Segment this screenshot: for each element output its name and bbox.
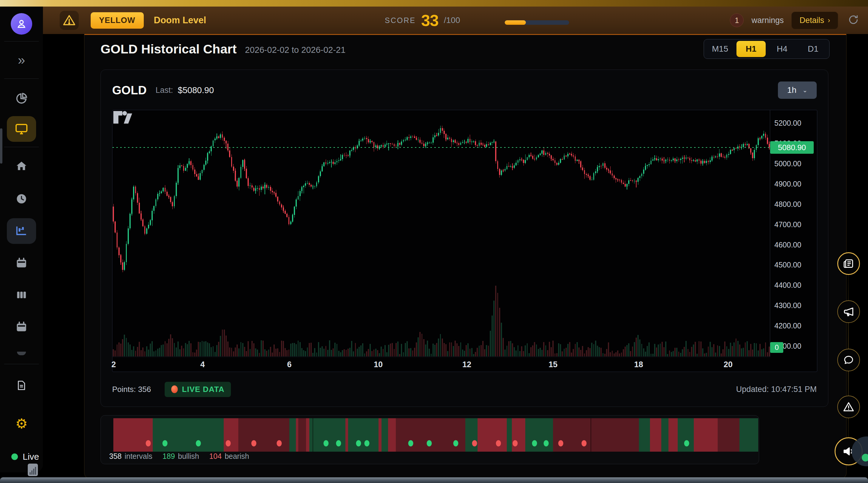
timeframe-button-h1[interactable]: H1	[737, 41, 766, 57]
doom-level-title: Doom Level	[154, 15, 207, 26]
chevron-right-icon: ›	[828, 16, 830, 25]
interval-strip-card: 358 intervals 189 bullish 104 bearish	[100, 415, 759, 464]
page-header: GOLD Historical Chart 2026-02-02 to 2026…	[100, 38, 830, 59]
signal-dot-bullish	[162, 440, 167, 447]
sidebar-item-analytics[interactable]	[0, 84, 43, 113]
interval-select[interactable]: 1h ⌄	[778, 82, 817, 99]
score-label: SCORE	[385, 16, 416, 25]
sidebar-item-settings[interactable]: ⚙	[0, 405, 43, 443]
price-tick: 5000.00	[774, 160, 801, 168]
price-axis[interactable]: 5200.005100.005000.004900.004800.004700.…	[770, 110, 817, 357]
bearish-count: 104	[209, 452, 222, 461]
time-tick: 12	[462, 360, 471, 369]
app-window: »	[0, 0, 868, 483]
sidebar-item-documents[interactable]	[0, 366, 43, 405]
price-tick: 4800.00	[774, 200, 801, 209]
active-highlight	[7, 116, 36, 142]
warning-triangle-icon	[63, 14, 76, 27]
sidebar-live-status: Live	[0, 446, 43, 482]
announcements-fab-button[interactable]	[837, 300, 860, 323]
interval-segment-bearish	[477, 418, 506, 452]
interval-segment-bearish	[345, 418, 348, 452]
signal-dot-bullish	[323, 440, 329, 447]
alert-triangle-icon	[842, 401, 855, 413]
price-tick: 4200.00	[774, 321, 801, 330]
signal-dot-bullish	[336, 440, 341, 447]
signal-dot-bearish	[558, 440, 563, 447]
strip-divider-line	[591, 418, 591, 452]
interval-segment-bullish	[381, 418, 388, 452]
live-status-label: Live	[23, 452, 39, 462]
warnings-count-badge: 1	[730, 13, 744, 27]
interval-segment-bearish	[718, 418, 740, 452]
signal-dot-bullish	[454, 440, 459, 447]
interval-segment-bullish	[289, 418, 296, 452]
columns-icon	[15, 288, 28, 302]
sidebar-item-history[interactable]	[0, 182, 43, 215]
bar-chart-icon	[28, 463, 38, 476]
chat-bubble-icon	[843, 354, 855, 366]
chat-fab-button[interactable]	[837, 349, 860, 371]
signal-dot-bearish	[513, 440, 518, 447]
user-avatar[interactable]	[11, 13, 32, 35]
alerts-fab-button[interactable]	[837, 396, 860, 418]
sidebar: »	[0, 6, 43, 472]
timeframe-button-m15[interactable]: M15	[706, 41, 735, 57]
sidebar-item-home[interactable]	[0, 150, 43, 182]
sidebar-item-expand[interactable]: »	[0, 41, 43, 79]
page-title: GOLD Historical Chart	[100, 42, 237, 56]
signal-dot-bearish	[472, 440, 477, 447]
volume-value-badge: 0	[770, 342, 783, 353]
news-fab-button[interactable]	[837, 252, 860, 275]
sidebar-item-columns[interactable]	[0, 279, 43, 311]
timeframe-button-h4[interactable]: H4	[768, 41, 797, 57]
topbar: YELLOW Doom Level SCORE 33 /100 1 warnin…	[43, 6, 868, 34]
chart-card-header: GOLD Last: $5080.90 1h ⌄	[112, 81, 817, 100]
chevron-down-icon: ⌄	[802, 87, 807, 94]
pie-chart-icon	[14, 92, 28, 105]
interval-segment-bullish	[678, 418, 694, 452]
score-max: /100	[444, 16, 460, 25]
price-tick: 4700.00	[774, 220, 801, 229]
sidebar-item-schedule[interactable]	[0, 311, 43, 343]
left-scrollbar-thumb[interactable]	[0, 129, 2, 164]
interval-strip[interactable]	[113, 418, 758, 452]
interval-segment-bearish	[238, 418, 289, 452]
timeframe-button-d1[interactable]: D1	[799, 41, 828, 57]
sidebar-item-charts[interactable]	[0, 215, 43, 247]
monitor-icon	[14, 122, 29, 136]
intervals-count: 358	[109, 452, 122, 461]
time-axis[interactable]: 2461012151820	[113, 357, 770, 372]
bottom-scrollbar[interactable]	[0, 477, 868, 483]
double-chevron-right-icon: »	[18, 53, 25, 66]
signal-dot-bullish	[544, 440, 549, 447]
candlestick-plot[interactable]	[113, 110, 770, 357]
refresh-icon[interactable]	[848, 14, 859, 27]
interval-segment-bearish	[306, 418, 309, 452]
interval-segment-bearish	[553, 418, 639, 452]
details-button[interactable]: Details ›	[791, 12, 838, 29]
score-value: 33	[421, 11, 438, 30]
time-tick: 2	[111, 360, 116, 369]
sidebar-item-monitor[interactable]	[0, 113, 43, 144]
interval-segment-bearish	[296, 418, 299, 452]
sidebar-divider	[4, 79, 39, 79]
signal-dot-bullish	[196, 440, 201, 447]
signal-dot-bearish	[496, 440, 501, 447]
signal-dot-bullish	[427, 440, 432, 447]
level-badge: YELLOW	[91, 12, 144, 29]
interval-segment-bullish	[348, 418, 378, 452]
signal-dot-bearish	[146, 440, 151, 447]
time-tick: 18	[634, 360, 643, 369]
price-tick: 4300.00	[774, 301, 801, 310]
sidebar-item-profile[interactable]	[0, 6, 43, 41]
sidebar-item-calendar[interactable]	[0, 247, 43, 279]
score-group: SCORE 33 /100	[385, 6, 460, 34]
signal-dot-bullish	[364, 440, 369, 447]
time-tick: 15	[549, 360, 557, 369]
interval-segment-bullish	[153, 418, 224, 452]
chart-card-footer: Points: 356 LIVE DATA Updated: 10:47:51 …	[112, 380, 817, 398]
bearish-label: bearish	[225, 452, 249, 461]
price-tick: 4400.00	[774, 281, 801, 289]
signal-dot-bullish	[684, 440, 689, 447]
